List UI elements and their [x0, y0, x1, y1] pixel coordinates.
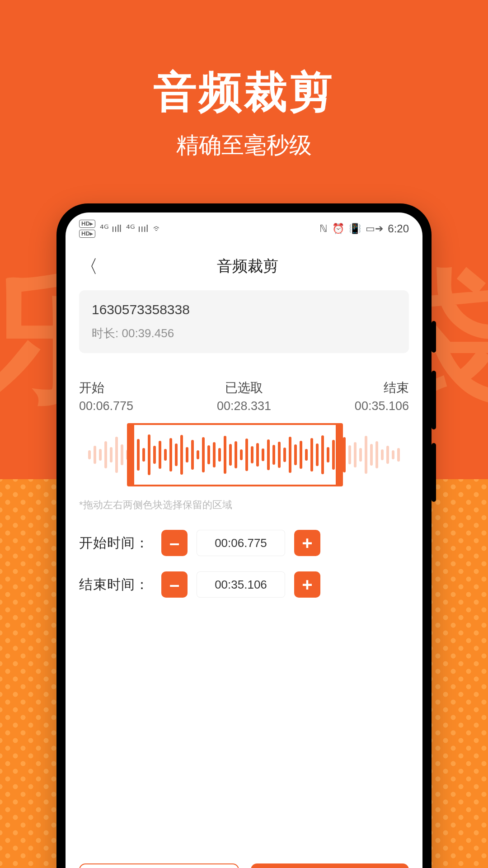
waveform[interactable]: [79, 423, 409, 486]
start-time-label: 开始时间：: [79, 534, 155, 552]
plus-icon: +: [302, 575, 312, 595]
page-title: 音频裁剪: [84, 256, 412, 277]
range-selected-value: 00:28.331: [189, 399, 299, 413]
hd-icon: HD▸: [79, 220, 95, 228]
minus-icon: –: [169, 575, 179, 595]
waveform-bar: [359, 448, 362, 462]
start-time-row: 开始时间： – 00:06.775 +: [79, 530, 409, 556]
file-name: 1630573358338: [92, 302, 396, 317]
generate-button[interactable]: 生成: [251, 863, 409, 868]
phone-frame: HD▸ HD▸ ⁴ᴳ ııll ⁴ᴳ ıııl ᯤ ℕ ⏰ 📳 ▭➔ 6:20 …: [56, 203, 432, 868]
waveform-bar: [365, 436, 367, 474]
waveform-bar: [397, 448, 400, 462]
duration-value: 00:39.456: [122, 326, 174, 340]
phone-side-button: [432, 443, 436, 502]
vibrate-icon: 📳: [349, 223, 361, 235]
wifi-icon: ᯤ: [153, 223, 163, 235]
waveform-bar: [94, 446, 96, 464]
selection-handle-right[interactable]: [336, 425, 343, 485]
range-end-value: 00:35.106: [299, 399, 409, 413]
file-info-card: 1630573358338 时长: 00:39.456: [79, 290, 409, 353]
app-bar: 〈 音频裁剪: [66, 242, 422, 288]
phone-screen: HD▸ HD▸ ⁴ᴳ ııll ⁴ᴳ ıııl ᯤ ℕ ⏰ 📳 ▭➔ 6:20 …: [66, 212, 422, 868]
start-time-field[interactable]: 00:06.775: [197, 530, 285, 556]
waveform-bar: [386, 446, 389, 464]
minus-icon: –: [169, 533, 179, 553]
waveform-bar: [370, 444, 373, 466]
end-time-minus-button[interactable]: –: [161, 571, 188, 598]
preview-button[interactable]: 试听: [79, 863, 239, 868]
waveform-bar: [115, 437, 118, 473]
nfc-icon: ℕ: [319, 223, 328, 235]
range-start-value: 00:06.775: [79, 399, 189, 413]
range-labels: 开始 00:06.775 已选取 00:28.331 结束 00:35.106: [79, 379, 409, 413]
file-duration: 时长: 00:39.456: [92, 326, 396, 341]
battery-icon: ▭➔: [366, 223, 383, 235]
hero-title: 音频裁剪: [0, 63, 488, 122]
alarm-icon: ⏰: [332, 223, 344, 235]
waveform-bar: [354, 442, 357, 467]
waveform-bar: [381, 449, 384, 460]
signal-icon: ⁴ᴳ ııll: [100, 223, 122, 235]
end-time-field[interactable]: 00:35.106: [197, 571, 285, 598]
range-end-label: 结束: [299, 379, 409, 396]
phone-side-button: [432, 371, 436, 429]
waveform-bar: [375, 441, 378, 468]
waveform-bar: [121, 444, 123, 465]
hero: 音频裁剪 精确至毫秒级: [0, 0, 488, 160]
range-start-label: 开始: [79, 379, 189, 396]
waveform-bar: [348, 445, 351, 464]
end-time-label: 结束时间：: [79, 576, 155, 594]
phone-side-button: [432, 321, 436, 353]
range-selected-label: 已选取: [189, 379, 299, 396]
waveform-bar: [88, 450, 91, 459]
start-time-minus-button[interactable]: –: [161, 530, 188, 556]
waveform-bar: [110, 447, 113, 462]
start-time-plus-button[interactable]: +: [294, 530, 320, 556]
clock: 6:20: [388, 222, 409, 235]
duration-label: 时长:: [92, 326, 118, 340]
waveform-bar: [104, 441, 107, 468]
bottom-bar: 试听 生成: [66, 852, 422, 868]
status-bar: HD▸ HD▸ ⁴ᴳ ııll ⁴ᴳ ıııl ᯤ ℕ ⏰ 📳 ▭➔ 6:20: [66, 212, 422, 242]
signal-icon: ⁴ᴳ ıııl: [126, 223, 148, 235]
end-time-row: 结束时间： – 00:35.106 +: [79, 571, 409, 598]
drag-hint: *拖动左右两侧色块选择保留的区域: [79, 498, 409, 512]
waveform-bar: [99, 449, 102, 461]
selection-handle-left[interactable]: [127, 425, 134, 485]
waveform-bar: [392, 450, 394, 459]
plus-icon: +: [302, 533, 312, 553]
waveform-bar: [343, 437, 346, 472]
hero-subtitle: 精确至毫秒级: [0, 130, 488, 160]
hd-icon: HD▸: [79, 230, 95, 238]
selection-box[interactable]: [127, 423, 343, 486]
end-time-plus-button[interactable]: +: [294, 571, 320, 598]
